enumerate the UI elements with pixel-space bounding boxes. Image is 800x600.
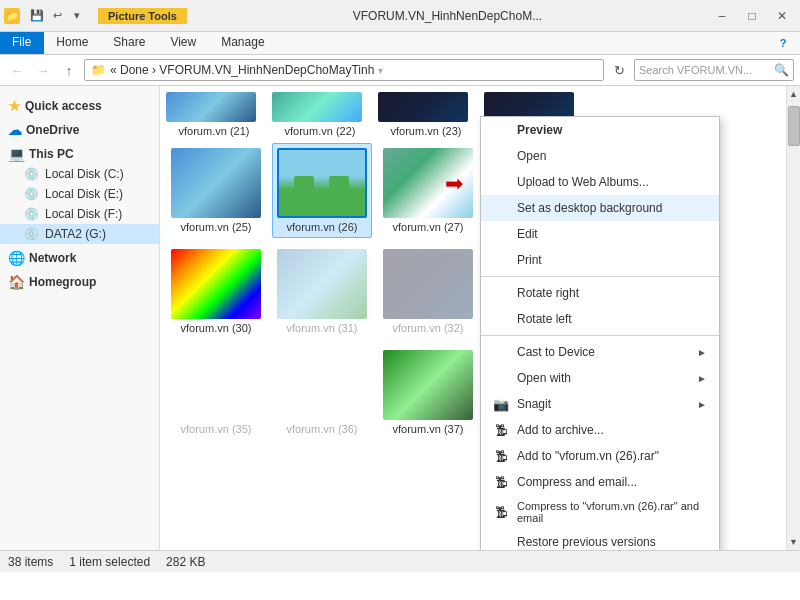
ctx-preview[interactable]: Preview <box>481 117 719 143</box>
ctx-add-archive[interactable]: 🗜 Add to archive... <box>481 417 719 443</box>
address-bar: ← → ↑ 📁 « Done › VFORUM.VN_HinhNenDepCho… <box>0 55 800 86</box>
thumb-37 <box>383 350 473 420</box>
path-dropdown[interactable]: ▾ <box>378 65 383 76</box>
scrollbar[interactable]: ▲ ▼ <box>786 86 800 550</box>
pc-icon: 💻 <box>8 146 25 162</box>
minimize-button[interactable]: – <box>708 2 736 30</box>
back-button[interactable]: ← <box>6 59 28 81</box>
thumb-21 <box>166 92 256 122</box>
file-grid-container: vforum.vn (21) vforum.vn (22) vforum.vn … <box>160 86 800 550</box>
refresh-button[interactable]: ↻ <box>608 59 630 81</box>
top-item-21[interactable]: vforum.vn (21) <box>166 92 266 137</box>
file-item-26[interactable]: vforum.vn (26) <box>272 143 372 238</box>
ctx-rotate-right-label: Rotate right <box>517 286 579 300</box>
ctx-open[interactable]: Open <box>481 143 719 169</box>
file-item-27[interactable]: vforum.vn (27) <box>378 143 478 238</box>
forward-button[interactable]: → <box>32 59 54 81</box>
scroll-thumb[interactable] <box>788 106 800 146</box>
sidebar-item-homegroup[interactable]: 🏠 Homegroup <box>0 268 159 292</box>
disk-c-icon: 💿 <box>24 167 39 181</box>
star-icon: ★ <box>8 98 21 114</box>
ctx-restore[interactable]: Restore previous versions <box>481 529 719 550</box>
sidebar-item-network[interactable]: 🌐 Network <box>0 244 159 268</box>
ctx-add-rar[interactable]: 🗜 Add to "vforum.vn (26).rar" <box>481 443 719 469</box>
thumb-23 <box>378 92 468 122</box>
ctx-snagit[interactable]: 📷 Snagit ► <box>481 391 719 417</box>
file-item-30[interactable]: vforum.vn (30) <box>166 244 266 339</box>
ctx-edit-icon <box>493 226 509 242</box>
tab-file[interactable]: File <box>0 32 44 54</box>
search-box[interactable]: Search VFORUM.VN... 🔍 <box>634 59 794 81</box>
ctx-compress-rar-email[interactable]: 🗜 Compress to "vforum.vn (26).rar" and e… <box>481 495 719 529</box>
up-button[interactable]: ↑ <box>58 59 80 81</box>
thumb-30 <box>171 249 261 319</box>
ctx-cast[interactable]: Cast to Device ► <box>481 339 719 365</box>
ctx-sep-2 <box>481 335 719 336</box>
sidebar-item-this-pc[interactable]: 💻 This PC <box>0 140 159 164</box>
ctx-set-desktop[interactable]: Set as desktop background <box>481 195 719 221</box>
home-icon: 🏠 <box>8 274 25 290</box>
tab-manage[interactable]: Manage <box>209 32 277 54</box>
dropdown-icon[interactable]: ▾ <box>68 7 86 25</box>
address-path[interactable]: 📁 « Done › VFORUM.VN_HinhNenDepChoMayTin… <box>84 59 604 81</box>
ctx-compress-email[interactable]: 🗜 Compress and email... <box>481 469 719 495</box>
file-item-35[interactable]: vforum.vn (35) <box>166 345 266 440</box>
tab-share[interactable]: Share <box>101 32 158 54</box>
sidebar: ★ Quick access ☁ OneDrive 💻 This PC 💿 Lo… <box>0 86 160 550</box>
file-item-36[interactable]: vforum.vn (36) <box>272 345 372 440</box>
ctx-print-label: Print <box>517 253 542 267</box>
ctx-add-archive-label: Add to archive... <box>517 423 604 437</box>
ctx-compress-rar-email-icon: 🗜 <box>493 504 509 520</box>
top-item-22[interactable]: vforum.vn (22) <box>272 92 372 137</box>
save-icon[interactable]: 💾 <box>28 7 46 25</box>
file-item-31[interactable]: vforum.vn (31) <box>272 244 372 339</box>
top-item-23[interactable]: vforum.vn (23) <box>378 92 478 137</box>
ctx-upload-icon <box>493 174 509 190</box>
disk-e-icon: 💿 <box>24 187 39 201</box>
local-disk-e-label: Local Disk (E:) <box>45 187 123 201</box>
sidebar-item-onedrive[interactable]: ☁ OneDrive <box>0 116 159 140</box>
help-icon[interactable]: ? <box>774 34 792 52</box>
ctx-desktop-label: Set as desktop background <box>517 201 662 215</box>
ctx-snagit-label: Snagit <box>517 397 551 411</box>
filename-23: vforum.vn (23) <box>378 125 474 137</box>
scroll-up-button[interactable]: ▲ <box>787 86 801 102</box>
ctx-cast-arrow: ► <box>697 347 707 358</box>
undo-icon[interactable]: ↩ <box>48 7 66 25</box>
ctx-sep-1 <box>481 276 719 277</box>
sidebar-item-local-disk-f[interactable]: 💿 Local Disk (F:) <box>0 204 159 224</box>
sidebar-item-local-disk-c[interactable]: 💿 Local Disk (C:) <box>0 164 159 184</box>
file-size: 282 KB <box>166 555 205 569</box>
tab-view[interactable]: View <box>158 32 209 54</box>
ctx-print[interactable]: Print <box>481 247 719 273</box>
ctx-edit[interactable]: Edit <box>481 221 719 247</box>
ctx-open-with-label: Open with <box>517 371 571 385</box>
tab-home[interactable]: Home <box>44 32 101 54</box>
file-item-32[interactable]: vforum.vn (32) <box>378 244 478 339</box>
ctx-open-with-arrow: ► <box>697 373 707 384</box>
ctx-rotate-right[interactable]: Rotate right <box>481 280 719 306</box>
ctx-open-with[interactable]: Open with ► <box>481 365 719 391</box>
window-controls: – □ ✕ <box>708 2 796 30</box>
ctx-cast-label: Cast to Device <box>517 345 595 359</box>
sidebar-item-quick-access[interactable]: ★ Quick access <box>0 92 159 116</box>
filename-21: vforum.vn (21) <box>166 125 262 137</box>
path-folder-icon: 📁 <box>91 63 106 77</box>
close-button[interactable]: ✕ <box>768 2 796 30</box>
ctx-rotate-left-label: Rotate left <box>517 312 572 326</box>
thumb-22 <box>272 92 362 122</box>
ctx-upload[interactable]: Upload to Web Albums... <box>481 169 719 195</box>
onedrive-label: OneDrive <box>26 123 79 137</box>
scroll-down-button[interactable]: ▼ <box>787 534 801 550</box>
cloud-icon: ☁ <box>8 122 22 138</box>
sidebar-item-data2-g[interactable]: 💿 DATA2 (G:) <box>0 224 159 244</box>
maximize-button[interactable]: □ <box>738 2 766 30</box>
ctx-restore-label: Restore previous versions <box>517 535 656 549</box>
ctx-open-icon <box>493 148 509 164</box>
sidebar-item-local-disk-e[interactable]: 💿 Local Disk (E:) <box>0 184 159 204</box>
filename-22: vforum.vn (22) <box>272 125 368 137</box>
ctx-rotate-left[interactable]: Rotate left <box>481 306 719 332</box>
file-item-25[interactable]: vforum.vn (25) <box>166 143 266 238</box>
file-item-37[interactable]: vforum.vn (37) <box>378 345 478 440</box>
data2-g-label: DATA2 (G:) <box>45 227 106 241</box>
